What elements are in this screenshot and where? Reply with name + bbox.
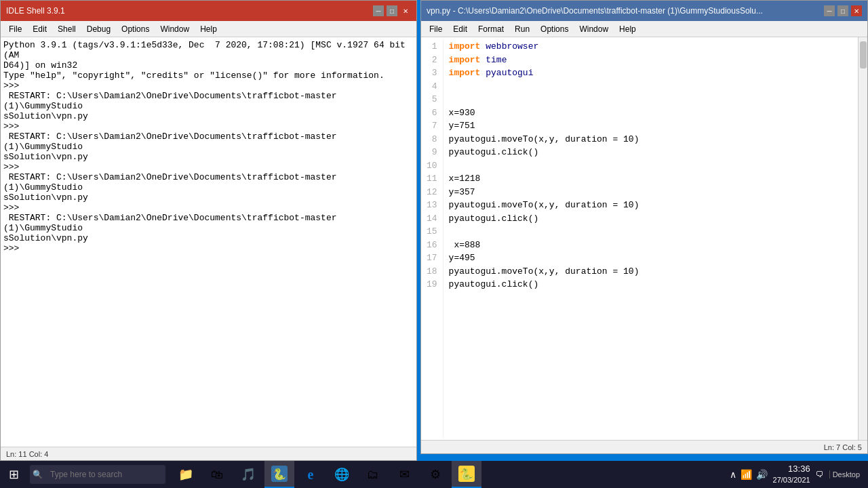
search-input[interactable] (30, 465, 165, 484)
close-button[interactable]: ✕ (400, 5, 411, 16)
editor-close-button[interactable]: ✕ (851, 5, 862, 16)
editor-status-bar: Ln: 7 Col: 5 (421, 440, 867, 453)
clock-time: 13:36 (773, 464, 810, 475)
explorer-icon: 📁 (178, 466, 194, 483)
store-icon: 🛍 (209, 466, 225, 483)
idle-shell-window: IDLE Shell 3.9.1 ─ □ ✕ File Edit Shell D… (0, 0, 417, 461)
menu-debug[interactable]: Debug (81, 23, 116, 35)
menu-shell[interactable]: Shell (52, 23, 81, 35)
taskbar-app-settings[interactable]: ⚙ (420, 461, 450, 488)
code-line-16: x=888 (449, 239, 855, 252)
editor-menubar: File Edit Format Run Options Window Help (421, 21, 867, 37)
idle-shell-title: IDLE Shell 3.9.1 (6, 6, 373, 16)
search-icon: 🔍 (33, 470, 43, 479)
editor-controls: ─ □ ✕ (824, 5, 862, 16)
code-line-18: pyautogui.moveTo(x,y, duration = 10) (449, 265, 855, 279)
maximize-button[interactable]: □ (387, 5, 397, 16)
code-line-11: x=1218 (449, 172, 855, 186)
start-button[interactable]: ⊞ (0, 461, 27, 488)
idle-shell-menubar: File Edit Shell Debug Options Window Hel… (1, 21, 416, 37)
desktop-label[interactable]: Desktop (829, 470, 863, 479)
taskbar-app-python[interactable]: 🐍 (264, 461, 294, 488)
editor-menu-window[interactable]: Window (574, 23, 614, 35)
editor-menu-format[interactable]: Format (473, 23, 509, 35)
code-line-10 (449, 159, 855, 173)
up-arrow-icon[interactable]: ∧ (730, 469, 736, 480)
minimize-button[interactable]: ─ (373, 5, 384, 16)
code-line-17: y=495 (449, 251, 855, 265)
editor-menu-options[interactable]: Options (535, 23, 574, 35)
code-line-5 (449, 93, 855, 106)
taskbar-app-chrome[interactable]: 🌐 (327, 461, 357, 488)
editor-menu-file[interactable]: File (424, 23, 448, 35)
code-line-7: y=751 (449, 119, 855, 133)
menu-file[interactable]: File (3, 23, 27, 35)
line-numbers: 12345 678910 1112131415 16171819 (427, 40, 443, 437)
editor-titlebar: vpn.py - C:\Users\Damian2\OneDrive\Docum… (421, 1, 867, 21)
taskbar-app-files[interactable]: 🗂 (358, 461, 388, 488)
volume-icon[interactable]: 🔊 (756, 469, 768, 480)
windows-logo-icon: ⊞ (9, 467, 19, 482)
clock-date: 27/03/2021 (773, 475, 810, 485)
taskbar-app-edge[interactable]: e (296, 461, 326, 488)
network-icon[interactable]: 📶 (741, 469, 752, 480)
taskbar-app-explorer[interactable]: 📁 (171, 461, 201, 488)
editor-maximize-button[interactable]: □ (837, 5, 848, 16)
code-line-9: pyautogui.click() (449, 146, 855, 159)
code-line-4 (449, 80, 855, 94)
idle-shell-controls: ─ □ ✕ (373, 5, 411, 16)
mail-icon: ✉ (396, 466, 412, 483)
sys-tray-icons: ∧ 📶 🔊 (730, 469, 768, 480)
editor-title: vpn.py - C:\Users\Damian2\OneDrive\Docum… (427, 6, 824, 16)
python-icon: 🐍 (271, 466, 288, 482)
editor-cursor-pos: Ln: 7 Col: 5 (824, 443, 862, 451)
taskbar-app-media[interactable]: 🎵 (233, 461, 263, 488)
taskbar-right: ∧ 📶 🔊 13:36 27/03/2021 🗨 Desktop (730, 464, 868, 485)
settings-icon: ⚙ (427, 466, 443, 483)
taskbar-search-wrapper: 🔍 (27, 465, 165, 484)
code-lines[interactable]: import webbrowser import time import pya… (449, 40, 855, 437)
edge-icon: e (302, 466, 319, 483)
code-line-8: pyautogui.moveTo(x,y, duration = 10) (449, 133, 855, 146)
editor-scrollbar[interactable] (858, 37, 867, 440)
taskbar-clock[interactable]: 13:36 27/03/2021 (773, 464, 810, 485)
code-line-3: import pyautogui (449, 66, 855, 80)
code-line-13: pyautogui.moveTo(x,y, duration = 10) (449, 199, 855, 212)
files-icon: 🗂 (365, 466, 381, 483)
scrollbar-thumb[interactable] (860, 41, 867, 68)
menu-edit[interactable]: Edit (27, 23, 52, 35)
menu-window[interactable]: Window (155, 23, 195, 35)
code-line-14: pyautogui.click() (449, 212, 855, 226)
shell-status-bar: Ln: 11 Col: 4 (1, 447, 416, 460)
editor-minimize-button[interactable]: ─ (824, 5, 835, 16)
code-line-12: y=357 (449, 186, 855, 199)
code-line-15 (449, 225, 855, 239)
editor-window: vpn.py - C:\Users\Damian2\OneDrive\Docum… (420, 0, 868, 454)
editor-menu-edit[interactable]: Edit (448, 23, 473, 35)
shell-output[interactable]: Python 3.9.1 (tags/v3.9.1:1e5d33e, Dec 7… (1, 37, 416, 447)
taskbar-app-mail[interactable]: ✉ (389, 461, 419, 488)
menu-help[interactable]: Help (195, 23, 222, 35)
python2-icon: 🐍 (458, 466, 475, 482)
notification-icon[interactable]: 🗨 (816, 470, 824, 479)
editor-menu-help[interactable]: Help (614, 23, 642, 35)
code-line-2: import time (449, 54, 855, 67)
chrome-icon: 🌐 (334, 466, 350, 483)
idle-shell-titlebar: IDLE Shell 3.9.1 ─ □ ✕ (1, 1, 416, 21)
taskbar-apps: 📁 🛍 🎵 🐍 e 🌐 🗂 ✉ ⚙ 🐍 (171, 461, 481, 488)
code-line-1: import webbrowser (449, 40, 855, 54)
media-icon: 🎵 (240, 466, 256, 483)
code-line-6: x=930 (449, 106, 855, 120)
editor-menu-run[interactable]: Run (509, 23, 535, 35)
taskbar-app-store[interactable]: 🛍 (202, 461, 232, 488)
taskbar: ⊞ 🔍 📁 🛍 🎵 🐍 e 🌐 🗂 ✉ ⚙ (0, 461, 868, 488)
editor-code-area[interactable]: 12345 678910 1112131415 16171819 import … (421, 37, 858, 440)
code-line-19: pyautogui.click() (449, 278, 855, 291)
menu-options[interactable]: Options (116, 23, 155, 35)
shell-cursor-pos: Ln: 11 Col: 4 (6, 450, 48, 458)
taskbar-app-python2[interactable]: 🐍 (452, 461, 481, 488)
